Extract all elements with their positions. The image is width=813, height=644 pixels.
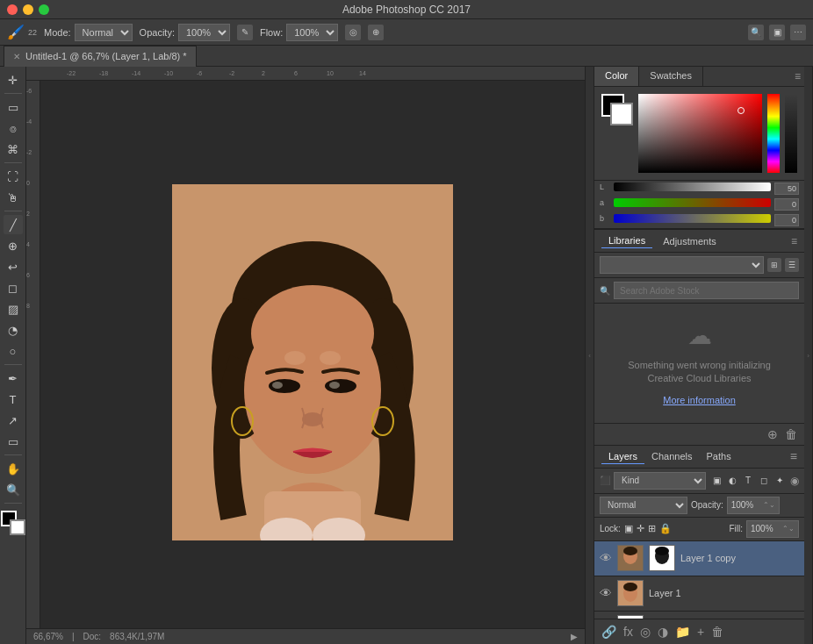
opacity-arrows[interactable]: ⌃⌄ bbox=[763, 501, 775, 509]
l-value[interactable] bbox=[774, 182, 799, 195]
layer-item-background[interactable]: 👁 Background 🔒 bbox=[594, 612, 804, 619]
brush-tool[interactable]: ╱ bbox=[4, 215, 23, 234]
more-info-link[interactable]: More information bbox=[663, 395, 736, 405]
layer-name-1: Layer 1 bbox=[649, 588, 799, 598]
workspace-icon[interactable]: ▣ bbox=[769, 25, 785, 40]
group-layer-icon[interactable]: 📁 bbox=[673, 623, 692, 640]
zoom-tool[interactable]: 🔍 bbox=[4, 480, 23, 499]
canvas-inner[interactable] bbox=[40, 81, 585, 644]
layers-menu-icon[interactable]: ≡ bbox=[790, 449, 797, 463]
fill-arrows[interactable]: ⌃⌄ bbox=[782, 525, 795, 533]
filter-kind-select[interactable]: Kind bbox=[614, 472, 706, 490]
canvas-area[interactable]: -22 -18 -14 -10 -6 -2 2 6 10 14 -6 -4 -2… bbox=[26, 67, 585, 644]
adjustment-layer-icon[interactable]: ◑ bbox=[656, 623, 670, 640]
eyedropper-tool[interactable]: 🖱 bbox=[4, 188, 23, 207]
marquee-tool[interactable]: ▭ bbox=[4, 97, 23, 117]
layer-item-layer1copy[interactable]: 👁 L bbox=[594, 541, 804, 576]
lock-artboard-icon[interactable]: ⊞ bbox=[648, 523, 656, 534]
list-view-icon[interactable]: ☰ bbox=[785, 258, 799, 272]
new-layer-icon[interactable]: + bbox=[695, 623, 706, 640]
fg-bg-color-swatches[interactable] bbox=[601, 94, 633, 125]
tab-color[interactable]: Color bbox=[594, 67, 639, 86]
color-alpha-slider[interactable] bbox=[785, 94, 797, 173]
tab-channels[interactable]: Channels bbox=[644, 449, 699, 463]
lasso-tool[interactable]: ⌾ bbox=[4, 118, 23, 138]
filter-adjustment-icon[interactable]: ◐ bbox=[725, 474, 739, 488]
canvas-document[interactable] bbox=[172, 184, 453, 540]
arrange-icon[interactable]: ⋯ bbox=[790, 25, 806, 40]
crop-tool[interactable]: ⛶ bbox=[4, 167, 23, 186]
filter-shape-icon[interactable]: ◻ bbox=[757, 474, 771, 488]
right-panel-collapse[interactable]: ‹ bbox=[585, 67, 594, 644]
libraries-dropdown[interactable] bbox=[600, 256, 764, 274]
tab-paths[interactable]: Paths bbox=[700, 449, 738, 463]
tab-layers[interactable]: Layers bbox=[601, 449, 644, 464]
search-icon[interactable]: 🔍 bbox=[748, 25, 764, 40]
filter-pixel-icon[interactable]: ▣ bbox=[709, 474, 723, 488]
layer-style-icon[interactable]: fx bbox=[622, 623, 635, 640]
maximize-button[interactable] bbox=[39, 4, 49, 15]
mode-select[interactable]: Normal bbox=[75, 24, 133, 41]
layer-visibility-icon[interactable]: 👁 bbox=[600, 551, 612, 565]
blur-tool[interactable]: ◔ bbox=[4, 320, 23, 340]
minimize-button[interactable] bbox=[23, 4, 33, 15]
hand-tool[interactable]: ✋ bbox=[4, 459, 23, 478]
move-tool[interactable]: ✛ bbox=[4, 70, 23, 89]
panel-right-collapse[interactable]: › bbox=[804, 67, 813, 644]
tab-swatches[interactable]: Swatches bbox=[639, 67, 703, 86]
filter-smart-icon[interactable]: ✦ bbox=[773, 474, 787, 488]
path-select-tool[interactable]: ↗ bbox=[4, 411, 23, 430]
b-slider[interactable] bbox=[614, 214, 771, 223]
eraser-tool[interactable]: ◻ bbox=[4, 278, 23, 297]
text-tool[interactable]: T bbox=[4, 390, 23, 409]
symmetry-icon[interactable]: ⊕ bbox=[368, 25, 384, 40]
color-hue-slider[interactable] bbox=[767, 94, 780, 173]
grid-view-icon[interactable]: ⊞ bbox=[767, 258, 781, 272]
window-controls[interactable] bbox=[7, 4, 49, 15]
color-panel-menu[interactable]: ≡ bbox=[791, 67, 804, 86]
dodge-tool[interactable]: ○ bbox=[4, 341, 23, 361]
a-value[interactable] bbox=[774, 198, 799, 211]
smoothing-icon[interactable]: ◎ bbox=[345, 25, 361, 40]
history-tool[interactable]: ↩ bbox=[4, 257, 23, 276]
opacity-input-group[interactable]: 100% ⌃⌄ bbox=[727, 497, 780, 514]
layer-visibility-icon[interactable]: 👁 bbox=[600, 586, 612, 600]
delete-layer-icon[interactable]: 🗑 bbox=[709, 623, 725, 640]
libraries-add-icon[interactable]: ⊕ bbox=[767, 427, 778, 441]
blend-mode-select[interactable]: Normal bbox=[600, 497, 687, 514]
libraries-menu[interactable]: ≡ bbox=[791, 235, 797, 247]
shape-tool[interactable]: ▭ bbox=[4, 432, 23, 451]
opacity-select[interactable]: 100% bbox=[178, 24, 230, 41]
filter-toggle[interactable]: ◉ bbox=[790, 475, 799, 487]
layer-item-layer1[interactable]: 👁 Layer 1 bbox=[594, 576, 804, 612]
tab-adjustments[interactable]: Adjustments bbox=[656, 234, 723, 248]
lock-pixels-icon[interactable]: ▣ bbox=[624, 523, 633, 534]
libraries-delete-icon[interactable]: 🗑 bbox=[785, 427, 797, 441]
libraries-search-input[interactable] bbox=[614, 282, 799, 299]
close-button[interactable] bbox=[7, 4, 18, 15]
document-tab[interactable]: ✕ Untitled-1 @ 66,7% (Layer 1, Lab/8) * bbox=[4, 46, 197, 67]
layer-mask-icon[interactable]: ◎ bbox=[638, 623, 652, 640]
status-arrow[interactable]: ▶ bbox=[571, 632, 578, 641]
background-color[interactable] bbox=[10, 519, 25, 535]
a-slider[interactable] bbox=[614, 198, 771, 207]
tab-libraries[interactable]: Libraries bbox=[601, 233, 652, 248]
l-slider[interactable] bbox=[614, 182, 771, 191]
fill-input-group[interactable]: 100% ⌃⌄ bbox=[746, 520, 799, 538]
tab-close-icon[interactable]: ✕ bbox=[13, 52, 20, 61]
lock-all-icon[interactable]: 🔒 bbox=[659, 523, 672, 534]
filter-type-icon[interactable]: T bbox=[741, 474, 755, 488]
gradient-tool[interactable]: ▨ bbox=[4, 299, 23, 318]
color-picker-gradient[interactable] bbox=[638, 94, 762, 173]
pen-tool[interactable]: ✒ bbox=[4, 369, 23, 388]
brush-tool-icon[interactable]: 🖌️ 22 bbox=[7, 24, 37, 40]
magic-wand-tool[interactable]: ⌘ bbox=[4, 140, 23, 159]
fg-bg-colors[interactable] bbox=[1, 511, 25, 535]
clone-tool[interactable]: ⊕ bbox=[4, 236, 23, 255]
airbrush-icon[interactable]: ✎ bbox=[237, 25, 253, 40]
b-value[interactable] bbox=[774, 214, 799, 226]
background-swatch[interactable] bbox=[610, 103, 633, 125]
flow-select[interactable]: 100% bbox=[286, 24, 338, 41]
lock-position-icon[interactable]: ✛ bbox=[637, 523, 644, 534]
link-layers-icon[interactable]: 🔗 bbox=[600, 623, 618, 640]
